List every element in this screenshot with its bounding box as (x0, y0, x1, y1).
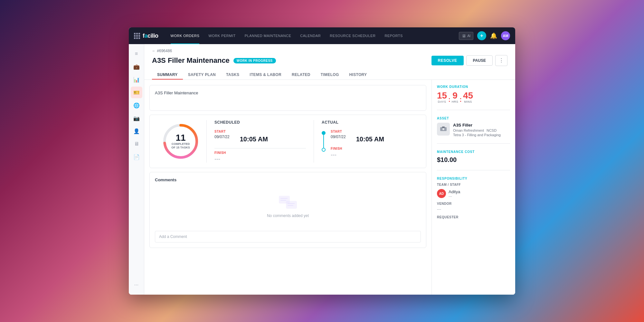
vendor-label: VENDOR (437, 202, 510, 205)
responsibility-label: RESPONSIBILITY (437, 177, 510, 180)
comment-input[interactable]: Add a Comment (155, 231, 421, 242)
donut-chart: 11 COMPLETED OF 15 TASKS (161, 122, 200, 161)
scheduled-start-date: 09/07/22 (214, 135, 230, 139)
tab-tasks[interactable]: TASKS (221, 70, 244, 80)
actual-time-col: 10:05 AM (356, 130, 384, 143)
timeline-dot-bottom (322, 148, 326, 152)
sidebar-icon-menu[interactable]: ≡ (131, 48, 142, 60)
duration-hrs-unit: HRS (452, 100, 459, 103)
asset-section: ASSET A3S Filler (437, 117, 510, 137)
work-duration-section: WORK DURATION 15 DAYS : 9 HRS : (437, 85, 510, 103)
actual-timeline: START 09/07/22 10:05 AM (322, 130, 413, 158)
pause-button[interactable]: PAUSE (466, 55, 493, 66)
comments-empty-icon (278, 195, 298, 211)
nav-item-planned-maintenance[interactable]: PLANNED MAINTENANCE (240, 27, 296, 44)
top-nav: facilio WORK ORDERS WORK PERMIT PLANNED … (129, 27, 515, 44)
timeline-line (322, 131, 326, 152)
sidebar-icon-document[interactable]: 📄 (131, 151, 142, 163)
sidebar-icon-user[interactable]: 👤 (131, 125, 142, 137)
more-button[interactable]: ⋮ (495, 55, 507, 66)
scheduled-title: SCHEDULED (214, 120, 306, 125)
asset-label: ASSET (437, 117, 510, 120)
nav-item-work-permit[interactable]: WORK PERMIT (204, 27, 240, 44)
sidebar-icon-globe[interactable]: 🌐 (131, 99, 142, 111)
team-member: AD Aditya --- (437, 189, 510, 198)
nav-item-reports[interactable]: REPORTS (380, 27, 407, 44)
sidebar-icon-monitor[interactable]: 🖥 (131, 138, 142, 150)
actual-start-date: 09/07/22 (331, 135, 346, 139)
nav-item-work-orders[interactable]: WORK ORDERS (166, 27, 204, 44)
member-name: Aditya (449, 189, 460, 194)
cost-section: MAINTENANCE COST $10.00 (437, 150, 510, 164)
divider-3 (437, 170, 510, 170)
main-content: ← #696486 A3S Filler Maintenance WORK IN… (144, 44, 515, 295)
asset-org: Oman Refreshment (453, 128, 484, 132)
sidebar: ≡ 💼 📊 🎫 🌐 📷 👤 🖥 📄 ··· (129, 44, 144, 295)
scheduled-time-col: 10:05 AM (240, 130, 268, 143)
duration-hrs: 9 (452, 91, 458, 100)
page-title-left: A3S Filler Maintenance WORK IN PROGRESS (152, 56, 276, 65)
cost-value: $10.00 (437, 156, 510, 164)
timeline-vertical (323, 135, 324, 148)
nav-all-button[interactable]: 🖥 Al (459, 32, 473, 40)
scheduled-section: SCHEDULED START 09/07/22 10:05 AM (206, 120, 314, 163)
comments-empty: No comments added yet (155, 187, 421, 226)
tab-history[interactable]: HISTORY (344, 70, 372, 80)
member-info: Aditya --- (449, 189, 460, 198)
logo-grid-icon (134, 33, 140, 39)
sidebar-icon-more[interactable]: ··· (131, 279, 142, 291)
resolve-button[interactable]: RESOLVE (431, 56, 464, 65)
nav-item-calendar[interactable]: CALENDAR (296, 27, 325, 44)
nav-item-resource-scheduler[interactable]: RESOURCE SCHEDULER (325, 27, 380, 44)
sidebar-icon-ticket[interactable]: 🎫 (131, 87, 142, 98)
duration-values: 15 DAYS : 9 HRS : 45 MINS (437, 91, 510, 103)
svg-rect-3 (286, 201, 297, 209)
actual-section: ACTUAL START (314, 120, 421, 163)
breadcrumb[interactable]: ← #696486 (152, 49, 507, 53)
nav-avatar[interactable]: AM (501, 31, 510, 40)
duration-days-col: 15 DAYS (437, 91, 447, 103)
asset-info: A3S Filler Oman Refreshment NCSD Tetra 3… (453, 123, 501, 137)
duration-mins: 45 (463, 91, 473, 100)
timeline-dot-top (322, 131, 326, 135)
scheduled-start-time: 10:05 AM (240, 136, 268, 143)
tab-safety-plan[interactable]: SAFETY PLAN (183, 70, 221, 80)
work-duration-label: WORK DURATION (437, 85, 510, 89)
sidebar-icon-chart[interactable]: 📊 (131, 74, 142, 85)
nav-add-button[interactable]: + (477, 31, 486, 40)
right-panel: WORK DURATION 15 DAYS : 9 HRS : (431, 80, 515, 295)
comments-card: Comments (149, 172, 426, 248)
duration-mins-unit: MINS (464, 100, 472, 103)
tab-related[interactable]: RELATED (287, 70, 316, 80)
tabs: SUMMARY SAFETY PLAN TASKS ITEMS & LABOR … (152, 70, 507, 80)
tab-items-labor[interactable]: ITEMS & LABOR (244, 70, 287, 80)
asset-thumbnail (437, 123, 450, 136)
donut-center: 11 COMPLETED OF 15 TASKS (171, 133, 190, 149)
logo[interactable]: facilio (134, 33, 158, 39)
status-badge: WORK IN PROGRESS (233, 58, 276, 63)
scheduled-start-row: START 09/07/22 10:05 AM (214, 130, 306, 143)
donut-label-total: OF 15 TASKS (171, 146, 190, 149)
sidebar-icon-briefcase[interactable]: 💼 (131, 61, 142, 72)
donut-section: 11 COMPLETED OF 15 TASKS (155, 120, 206, 163)
actual-start-col: START 09/07/22 (331, 130, 346, 143)
asset-meta: Oman Refreshment NCSD (453, 128, 501, 132)
member-sub: --- (449, 194, 460, 198)
asset-dept: NCSD (487, 128, 497, 132)
nav-bell-icon[interactable]: 🔔 (490, 32, 497, 39)
tab-timelog[interactable]: TIMELOG (316, 70, 344, 80)
nav-items: WORK ORDERS WORK PERMIT PLANNED MAINTENA… (166, 27, 459, 44)
nav-right: 🖥 Al + 🔔 AM (459, 31, 510, 40)
cost-label: MAINTENANCE COST (437, 150, 510, 154)
actual-title: ACTUAL (322, 120, 413, 125)
divider-2 (437, 143, 510, 144)
svg-point-10 (442, 128, 444, 130)
sidebar-icon-camera[interactable]: 📷 (131, 112, 142, 124)
content-left: A3S Filler Maintenance (144, 80, 431, 295)
duration-days: 15 (437, 91, 447, 100)
tab-summary[interactable]: SUMMARY (152, 70, 183, 80)
scheduled-finish-val: --- (214, 156, 306, 163)
actual-finish-val: --- (331, 152, 384, 158)
actual-finish-row: FINISH --- (331, 147, 384, 158)
requester-label: REQUESTER (437, 215, 510, 219)
